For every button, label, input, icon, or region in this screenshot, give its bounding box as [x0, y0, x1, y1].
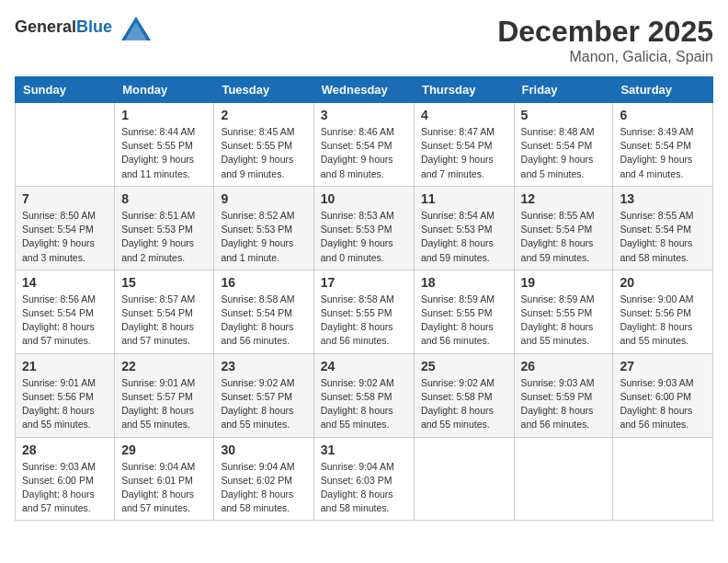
cell-info: Sunrise: 9:03 AMSunset: 6:00 PMDaylight:…	[22, 460, 108, 516]
calendar-cell: 23Sunrise: 9:02 AMSunset: 5:57 PMDayligh…	[214, 353, 313, 437]
cell-day-number: 5	[521, 108, 607, 122]
logo-text: GeneralBlue	[15, 15, 153, 42]
cell-info: Sunrise: 8:52 AMSunset: 5:53 PMDaylight:…	[221, 209, 306, 265]
cell-info: Sunrise: 9:02 AMSunset: 5:58 PMDaylight:…	[421, 376, 507, 432]
cell-day-number: 14	[22, 275, 108, 290]
cell-info: Sunrise: 9:04 AMSunset: 6:02 PMDaylight:…	[221, 460, 306, 516]
week-row-1: 1Sunrise: 8:44 AMSunset: 5:55 PMDaylight…	[16, 103, 713, 187]
weekday-header-sunday: Sunday	[16, 77, 115, 103]
cell-info: Sunrise: 8:50 AMSunset: 5:54 PMDaylight:…	[22, 209, 108, 265]
calendar-cell: 13Sunrise: 8:55 AMSunset: 5:54 PMDayligh…	[613, 186, 713, 270]
week-row-4: 21Sunrise: 9:01 AMSunset: 5:56 PMDayligh…	[16, 353, 713, 437]
cell-day-number: 19	[521, 275, 607, 290]
calendar-cell: 10Sunrise: 8:53 AMSunset: 5:53 PMDayligh…	[313, 186, 414, 270]
calendar-cell	[514, 437, 613, 521]
location-title: Manon, Galicia, Spain	[497, 49, 713, 65]
calendar-cell: 8Sunrise: 8:51 AMSunset: 5:53 PMDaylight…	[115, 186, 214, 270]
cell-info: Sunrise: 8:59 AMSunset: 5:55 PMDaylight:…	[421, 293, 507, 349]
cell-day-number: 17	[321, 275, 407, 290]
calendar-cell: 5Sunrise: 8:48 AMSunset: 5:54 PMDaylight…	[514, 103, 613, 187]
calendar-cell: 3Sunrise: 8:46 AMSunset: 5:54 PMDaylight…	[313, 103, 414, 187]
calendar-cell: 15Sunrise: 8:57 AMSunset: 5:54 PMDayligh…	[115, 270, 214, 353]
calendar-cell: 16Sunrise: 8:58 AMSunset: 5:54 PMDayligh…	[214, 270, 313, 353]
weekday-header-wednesday: Wednesday	[313, 77, 414, 103]
cell-info: Sunrise: 8:44 AMSunset: 5:55 PMDaylight:…	[121, 125, 207, 181]
calendar-cell: 30Sunrise: 9:04 AMSunset: 6:02 PMDayligh…	[214, 437, 313, 521]
calendar-cell: 17Sunrise: 8:58 AMSunset: 5:55 PMDayligh…	[313, 270, 414, 353]
cell-info: Sunrise: 8:58 AMSunset: 5:54 PMDaylight:…	[221, 293, 306, 349]
calendar-cell: 9Sunrise: 8:52 AMSunset: 5:53 PMDaylight…	[214, 186, 313, 270]
logo-general: GeneralBlue	[15, 19, 117, 35]
calendar-cell: 2Sunrise: 8:45 AMSunset: 5:55 PMDaylight…	[214, 103, 313, 187]
title-block: December 2025 Manon, Galicia, Spain	[497, 15, 713, 65]
cell-day-number: 24	[321, 359, 407, 373]
logo-icon	[119, 15, 153, 42]
cell-day-number: 6	[620, 108, 706, 122]
calendar-cell: 25Sunrise: 9:02 AMSunset: 5:58 PMDayligh…	[414, 353, 514, 437]
cell-info: Sunrise: 8:49 AMSunset: 5:54 PMDaylight:…	[620, 125, 706, 181]
cell-info: Sunrise: 8:55 AMSunset: 5:54 PMDaylight:…	[620, 209, 706, 265]
cell-info: Sunrise: 8:47 AMSunset: 5:54 PMDaylight:…	[421, 125, 507, 181]
cell-info: Sunrise: 8:46 AMSunset: 5:54 PMDaylight:…	[321, 125, 407, 181]
cell-day-number: 30	[221, 442, 306, 457]
calendar-cell	[414, 437, 514, 521]
cell-day-number: 11	[421, 191, 507, 206]
cell-info: Sunrise: 9:03 AMSunset: 6:00 PMDaylight:…	[620, 376, 706, 432]
cell-day-number: 29	[121, 442, 207, 457]
cell-day-number: 25	[421, 359, 507, 373]
cell-info: Sunrise: 8:58 AMSunset: 5:55 PMDaylight:…	[321, 293, 407, 349]
calendar-cell: 31Sunrise: 9:04 AMSunset: 6:03 PMDayligh…	[313, 437, 414, 521]
calendar-cell: 27Sunrise: 9:03 AMSunset: 6:00 PMDayligh…	[613, 353, 713, 437]
calendar-cell: 29Sunrise: 9:04 AMSunset: 6:01 PMDayligh…	[115, 437, 214, 521]
cell-day-number: 7	[22, 191, 108, 206]
week-row-2: 7Sunrise: 8:50 AMSunset: 5:54 PMDaylight…	[16, 186, 713, 270]
calendar-cell: 18Sunrise: 8:59 AMSunset: 5:55 PMDayligh…	[414, 270, 514, 353]
cell-day-number: 31	[321, 442, 407, 457]
calendar-cell: 1Sunrise: 8:44 AMSunset: 5:55 PMDaylight…	[115, 103, 214, 187]
calendar-cell: 11Sunrise: 8:54 AMSunset: 5:53 PMDayligh…	[414, 186, 514, 270]
cell-info: Sunrise: 9:02 AMSunset: 5:58 PMDaylight:…	[321, 376, 407, 432]
calendar-cell: 6Sunrise: 8:49 AMSunset: 5:54 PMDaylight…	[613, 103, 713, 187]
cell-info: Sunrise: 9:04 AMSunset: 6:01 PMDaylight:…	[121, 460, 207, 516]
cell-day-number: 12	[521, 191, 607, 206]
logo: GeneralBlue	[15, 15, 153, 42]
calendar-cell: 4Sunrise: 8:47 AMSunset: 5:54 PMDaylight…	[414, 103, 514, 187]
calendar-cell: 19Sunrise: 8:59 AMSunset: 5:55 PMDayligh…	[514, 270, 613, 353]
calendar-cell: 7Sunrise: 8:50 AMSunset: 5:54 PMDaylight…	[16, 186, 115, 270]
weekday-header-saturday: Saturday	[613, 77, 713, 103]
cell-day-number: 16	[221, 275, 306, 290]
cell-info: Sunrise: 8:54 AMSunset: 5:53 PMDaylight:…	[421, 209, 507, 265]
calendar-cell: 12Sunrise: 8:55 AMSunset: 5:54 PMDayligh…	[514, 186, 613, 270]
cell-info: Sunrise: 8:59 AMSunset: 5:55 PMDaylight:…	[521, 293, 607, 349]
cell-info: Sunrise: 9:01 AMSunset: 5:57 PMDaylight:…	[121, 376, 207, 432]
cell-info: Sunrise: 9:00 AMSunset: 5:56 PMDaylight:…	[620, 293, 706, 349]
cell-day-number: 1	[121, 108, 207, 122]
calendar-cell	[16, 103, 115, 187]
cell-info: Sunrise: 9:03 AMSunset: 5:59 PMDaylight:…	[521, 376, 607, 432]
cell-day-number: 3	[321, 108, 407, 122]
calendar-cell: 24Sunrise: 9:02 AMSunset: 5:58 PMDayligh…	[313, 353, 414, 437]
cell-day-number: 15	[121, 275, 207, 290]
cell-info: Sunrise: 9:02 AMSunset: 5:57 PMDaylight:…	[221, 376, 306, 432]
cell-info: Sunrise: 9:04 AMSunset: 6:03 PMDaylight:…	[321, 460, 407, 516]
calendar-cell	[613, 437, 713, 521]
cell-info: Sunrise: 8:57 AMSunset: 5:54 PMDaylight:…	[121, 293, 207, 349]
weekday-header-tuesday: Tuesday	[214, 77, 313, 103]
weekday-header-thursday: Thursday	[414, 77, 514, 103]
cell-day-number: 20	[620, 275, 706, 290]
cell-day-number: 26	[521, 359, 607, 373]
cell-day-number: 4	[421, 108, 507, 122]
cell-day-number: 8	[121, 191, 207, 206]
weekday-header-row: SundayMondayTuesdayWednesdayThursdayFrid…	[16, 77, 713, 103]
cell-day-number: 21	[22, 359, 108, 373]
calendar-table: SundayMondayTuesdayWednesdayThursdayFrid…	[15, 76, 713, 521]
cell-info: Sunrise: 9:01 AMSunset: 5:56 PMDaylight:…	[22, 376, 108, 432]
cell-day-number: 2	[221, 108, 306, 122]
weekday-header-monday: Monday	[115, 77, 214, 103]
cell-day-number: 13	[620, 191, 706, 206]
page-header: GeneralBlue December 2025 Manon, Galicia…	[15, 15, 713, 65]
cell-info: Sunrise: 8:55 AMSunset: 5:54 PMDaylight:…	[521, 209, 607, 265]
weekday-header-friday: Friday	[514, 77, 613, 103]
cell-info: Sunrise: 8:56 AMSunset: 5:54 PMDaylight:…	[22, 293, 108, 349]
cell-day-number: 22	[121, 359, 207, 373]
